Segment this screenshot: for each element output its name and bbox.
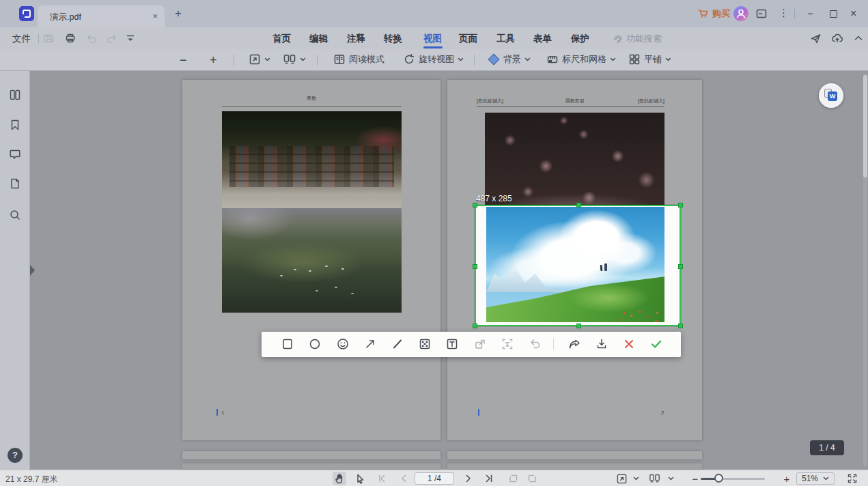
menu-tab-view[interactable]: 视图: [423, 33, 442, 45]
hand-tool-button[interactable]: [333, 472, 346, 485]
collapse-toolbar-icon[interactable]: [854, 34, 863, 42]
attachments-panel-icon[interactable]: [9, 177, 21, 190]
resize-handle-s[interactable]: [576, 324, 581, 328]
view-toolbar: − + 阅读模式 旋转视图 背景 标尺和网格: [0, 49, 868, 71]
menu-tab-edit[interactable]: 编辑: [309, 33, 328, 45]
divider: [38, 33, 39, 43]
new-tab-button[interactable]: +: [175, 7, 182, 20]
chevron-down-icon[interactable]: [664, 472, 677, 485]
resize-handle-sw[interactable]: [473, 324, 477, 328]
window-minimize-button[interactable]: −: [807, 8, 813, 19]
document-tab[interactable]: 演示.pdf ×: [38, 5, 165, 27]
confirm-capture-icon[interactable]: [649, 337, 663, 351]
resize-handle-ne[interactable]: [678, 203, 683, 208]
cancel-capture-icon[interactable]: [622, 337, 636, 351]
pen-tool-icon[interactable]: [391, 337, 404, 351]
page-number-input[interactable]: 1 /4: [415, 472, 454, 485]
page1-header-text: 奇数: [182, 95, 440, 102]
zoom-level-select[interactable]: 51%: [796, 472, 835, 485]
person-icon: [733, 6, 748, 21]
share-capture-icon[interactable]: [568, 337, 581, 351]
menu-tab-comment[interactable]: 注释: [347, 33, 365, 45]
select-tool-button[interactable]: [353, 472, 367, 485]
zoom-out-button[interactable]: −: [180, 53, 187, 68]
zoom-slider-minus[interactable]: −: [688, 472, 702, 485]
menu-tab-form[interactable]: 表单: [533, 33, 552, 45]
rotate-view-dropdown[interactable]: 旋转视图: [403, 53, 464, 66]
menu-tab-convert[interactable]: 转换: [384, 33, 402, 45]
sidebar-expand-handle[interactable]: [30, 265, 35, 276]
menu-tab-tools[interactable]: 工具: [496, 33, 515, 45]
feature-search-button[interactable]: 功能搜索: [613, 33, 662, 45]
tab-close-icon[interactable]: ×: [152, 11, 158, 21]
undo-icon[interactable]: [86, 33, 97, 43]
menu-tab-home[interactable]: 首页: [272, 33, 291, 45]
next-view-button[interactable]: [525, 472, 539, 485]
reading-mode-button[interactable]: 阅读模式: [333, 53, 384, 66]
help-button[interactable]: ?: [8, 448, 23, 463]
quick-access-dropdown-icon[interactable]: [126, 34, 135, 42]
window-close-button[interactable]: ×: [850, 8, 856, 19]
search-panel-icon[interactable]: [9, 209, 21, 221]
resize-handle-n[interactable]: [576, 203, 581, 208]
ruler-grid-dropdown[interactable]: 标尺和网格: [546, 53, 616, 66]
menu-file[interactable]: 文件: [12, 33, 31, 45]
window-maximize-button[interactable]: [830, 10, 837, 18]
zoom-slider-thumb[interactable]: [714, 474, 723, 483]
pdf-page-1[interactable]: 奇数 1: [182, 80, 440, 440]
background-dropdown[interactable]: 背景: [488, 53, 531, 66]
zoom-in-button[interactable]: +: [210, 53, 217, 68]
page-layout-dropdown[interactable]: [283, 53, 306, 66]
print-icon[interactable]: [65, 33, 76, 44]
share-icon[interactable]: [810, 33, 822, 44]
chevron-down-icon: [458, 57, 464, 62]
redo-icon[interactable]: [107, 33, 117, 43]
chevron-down-icon[interactable]: [629, 472, 643, 485]
thumbnails-panel-icon[interactable]: [9, 89, 21, 101]
mosaic-tool-icon[interactable]: [418, 337, 432, 351]
photo-book-market: [222, 111, 402, 208]
next-page-button[interactable]: [462, 472, 475, 485]
tile-dropdown[interactable]: 平铺: [628, 53, 671, 66]
fit-page-dropdown[interactable]: [249, 53, 270, 66]
zoom-slider-plus[interactable]: +: [780, 472, 794, 485]
resize-handle-w[interactable]: [473, 264, 477, 269]
user-avatar[interactable]: [733, 6, 748, 21]
cloud-upload-icon[interactable]: [831, 33, 843, 44]
text-tool-icon[interactable]: [445, 337, 459, 351]
save-capture-icon[interactable]: [595, 337, 608, 351]
menu-tab-page[interactable]: 页面: [459, 33, 477, 45]
previous-page-button[interactable]: [397, 472, 410, 485]
first-page-button[interactable]: [375, 472, 389, 485]
more-menu-icon[interactable]: ⋮: [779, 8, 789, 18]
comments-panel-icon[interactable]: [9, 148, 21, 160]
fit-zoom-dropdown[interactable]: [615, 472, 628, 485]
bookmarks-panel-icon[interactable]: [9, 119, 21, 131]
emoji-tool-icon[interactable]: [336, 337, 350, 351]
page-view-mode-dropdown[interactable]: [647, 472, 661, 485]
feedback-icon[interactable]: [755, 8, 768, 20]
buy-button[interactable]: 购买: [698, 8, 730, 20]
save-icon[interactable]: [44, 33, 55, 44]
last-page-button[interactable]: [482, 472, 496, 485]
text-recognition-tool-icon: [501, 337, 514, 351]
arrow-tool-icon[interactable]: [363, 337, 377, 351]
pdf-page-3-stub: [182, 451, 440, 459]
document-canvas[interactable]: 奇数 1 [在此处键入] 偶数页眉 [在此处键入] 2: [30, 71, 868, 470]
capture-selection-region[interactable]: 487 x 285: [475, 205, 681, 326]
rectangle-tool-icon[interactable]: [281, 337, 294, 351]
active-tab-underline: [423, 46, 443, 48]
ellipse-tool-icon[interactable]: [308, 337, 322, 351]
pointer-icon: [355, 473, 365, 484]
sparkle-icon: [613, 34, 623, 44]
zoom-slider-track[interactable]: [701, 478, 765, 480]
resize-handle-e[interactable]: [678, 264, 683, 269]
resize-handle-se[interactable]: [678, 324, 683, 328]
menu-tab-protect[interactable]: 保护: [571, 33, 589, 45]
previous-view-button[interactable]: [506, 472, 520, 485]
fullscreen-button[interactable]: [845, 472, 859, 485]
convert-to-word-button[interactable]: W: [819, 83, 843, 108]
vertical-scrollbar-thumb[interactable]: [863, 75, 867, 177]
resize-handle-nw[interactable]: [473, 203, 477, 208]
pdf-page-stub: [182, 463, 440, 469]
